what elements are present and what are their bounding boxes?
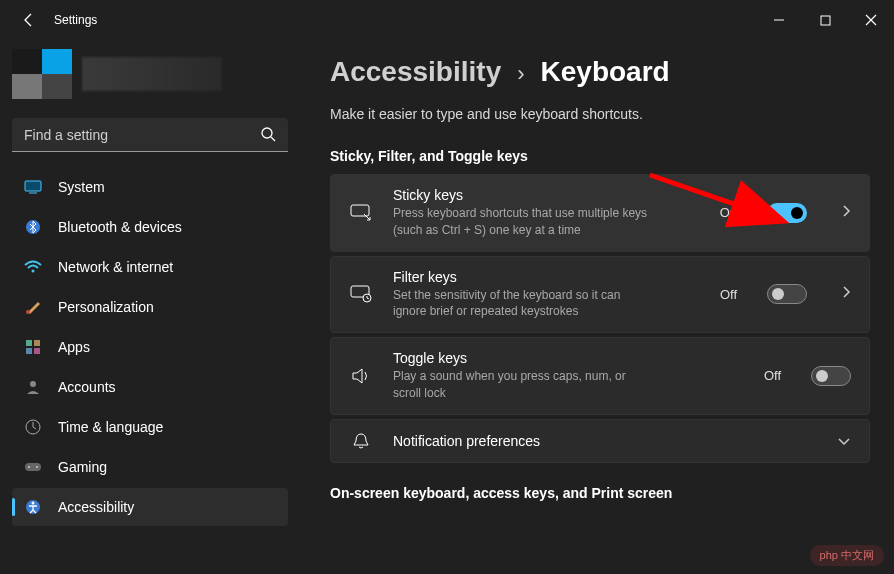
maximize-icon — [820, 15, 831, 26]
accounts-icon — [24, 378, 42, 396]
sidebar-item-label: Network & internet — [58, 259, 173, 275]
svg-rect-9 — [26, 340, 32, 346]
close-icon — [865, 14, 877, 26]
page-description: Make it easier to type and use keyboard … — [330, 106, 870, 122]
sidebar-item-label: Apps — [58, 339, 90, 355]
sidebar-item-label: Time & language — [58, 419, 163, 435]
svg-rect-4 — [25, 181, 41, 191]
gaming-icon — [24, 458, 42, 476]
keyboard-pointer-icon — [349, 204, 373, 222]
toggle-state-label: Off — [764, 368, 781, 383]
close-button[interactable] — [848, 0, 894, 40]
card-notification-preferences[interactable]: Notification preferences — [330, 419, 870, 463]
section-heading-sticky: Sticky, Filter, and Toggle keys — [330, 148, 870, 164]
user-text-redacted — [82, 57, 222, 91]
sidebar-item-label: Gaming — [58, 459, 107, 475]
maximize-button[interactable] — [802, 0, 848, 40]
card-description: Set the sensitivity of the keyboard so i… — [393, 287, 653, 321]
breadcrumb-separator: › — [517, 61, 524, 87]
bluetooth-icon — [24, 218, 42, 236]
content-area: Accessibility › Keyboard Make it easier … — [300, 40, 894, 574]
accessibility-icon — [24, 498, 42, 516]
app-title: Settings — [54, 13, 97, 27]
sidebar-item-system[interactable]: System — [12, 168, 288, 206]
sidebar-item-accounts[interactable]: Accounts — [12, 368, 288, 406]
speaker-icon — [349, 367, 373, 385]
sidebar-item-apps[interactable]: Apps — [12, 328, 288, 366]
sidebar-item-network[interactable]: Network & internet — [12, 248, 288, 286]
sidebar-item-label: Accounts — [58, 379, 116, 395]
card-description: Press keyboard shortcuts that use multip… — [393, 205, 653, 239]
card-title: Toggle keys — [393, 350, 744, 366]
svg-rect-12 — [34, 348, 40, 354]
card-toggle-keys[interactable]: Toggle keysPlay a sound when you press c… — [330, 337, 870, 415]
search-box[interactable] — [12, 118, 288, 152]
watermark: php 中文网 — [810, 545, 884, 566]
sidebar-item-accessibility[interactable]: Accessibility — [12, 488, 288, 526]
window-controls — [756, 0, 894, 40]
svg-rect-10 — [34, 340, 40, 346]
svg-rect-11 — [26, 348, 32, 354]
titlebar: Settings — [0, 0, 894, 40]
nav-list: System Bluetooth & devices Network & int… — [12, 168, 288, 526]
page-title: Keyboard — [541, 56, 670, 88]
system-icon — [24, 178, 42, 196]
keyboard-clock-icon — [349, 285, 373, 303]
search-icon — [260, 126, 276, 146]
user-block[interactable] — [12, 44, 288, 104]
filter-keys-toggle[interactable] — [767, 284, 807, 304]
svg-point-19 — [32, 502, 35, 505]
card-title: Sticky keys — [393, 187, 700, 203]
sidebar-item-label: Personalization — [58, 299, 154, 315]
svg-point-17 — [36, 466, 38, 468]
paint-icon — [24, 298, 42, 316]
clock-globe-icon — [24, 418, 42, 436]
section-heading-onscreen: On-screen keyboard, access keys, and Pri… — [330, 485, 870, 501]
svg-point-2 — [262, 128, 272, 138]
arrow-left-icon — [21, 12, 37, 28]
minimize-icon — [773, 14, 785, 26]
card-title: Notification preferences — [393, 433, 803, 449]
svg-rect-20 — [351, 205, 369, 216]
svg-point-13 — [30, 381, 36, 387]
avatar — [12, 49, 72, 99]
toggle-state-label: Off — [720, 287, 737, 302]
sidebar-item-personalization[interactable]: Personalization — [12, 288, 288, 326]
sticky-keys-toggle[interactable] — [767, 203, 807, 223]
back-button[interactable] — [14, 5, 44, 35]
toggle-state-label: On — [720, 205, 737, 220]
card-description: Play a sound when you press caps, num, o… — [393, 368, 653, 402]
svg-line-3 — [271, 137, 275, 141]
breadcrumb-parent[interactable]: Accessibility — [330, 56, 501, 88]
breadcrumb: Accessibility › Keyboard — [330, 56, 870, 88]
sidebar-item-bluetooth[interactable]: Bluetooth & devices — [12, 208, 288, 246]
svg-rect-1 — [821, 16, 830, 25]
toggle-keys-toggle[interactable] — [811, 366, 851, 386]
sidebar-item-label: System — [58, 179, 105, 195]
sidebar-item-label: Bluetooth & devices — [58, 219, 182, 235]
chevron-right-icon[interactable] — [841, 285, 851, 303]
svg-rect-15 — [25, 463, 41, 471]
sidebar-item-label: Accessibility — [58, 499, 134, 515]
minimize-button[interactable] — [756, 0, 802, 40]
card-filter-keys[interactable]: Filter keysSet the sensitivity of the ke… — [330, 256, 870, 334]
svg-point-16 — [28, 466, 30, 468]
chevron-right-icon[interactable] — [841, 204, 851, 222]
card-title: Filter keys — [393, 269, 700, 285]
bell-icon — [349, 432, 373, 450]
svg-point-7 — [32, 270, 35, 273]
apps-icon — [24, 338, 42, 356]
chevron-down-icon[interactable] — [837, 432, 851, 450]
sidebar-item-time-language[interactable]: Time & language — [12, 408, 288, 446]
search-input[interactable] — [12, 118, 288, 152]
sidebar: System Bluetooth & devices Network & int… — [0, 40, 300, 574]
sidebar-item-gaming[interactable]: Gaming — [12, 448, 288, 486]
wifi-icon — [24, 258, 42, 276]
svg-point-8 — [26, 310, 30, 314]
card-sticky-keys[interactable]: Sticky keysPress keyboard shortcuts that… — [330, 174, 870, 252]
